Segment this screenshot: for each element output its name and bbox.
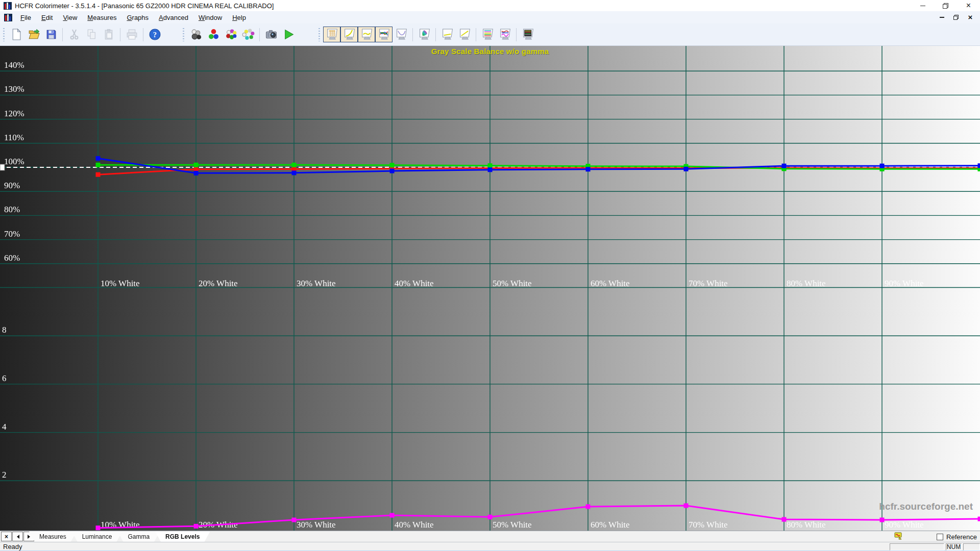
luminance-curve-icon — [395, 28, 408, 41]
rgb-spheres-icon — [207, 28, 220, 41]
view-contrast-button[interactable] — [456, 27, 473, 42]
close-view-button[interactable]: × — [1, 532, 12, 541]
menu-item-edit[interactable]: Edit — [36, 12, 58, 23]
menu-item-advanced[interactable]: Advanced — [154, 12, 193, 23]
restore-icon — [943, 3, 948, 9]
hcfr-mini-icon — [894, 532, 902, 540]
toolbar-separator — [120, 28, 120, 41]
cie-icon — [418, 28, 431, 41]
cut-icon — [68, 28, 81, 41]
reference-label: Reference — [946, 533, 977, 541]
play-icon — [282, 28, 295, 41]
view-temp-curves-button[interactable] — [496, 27, 513, 42]
mdi-close-button[interactable]: × — [966, 13, 975, 21]
mdi-restore-button[interactable] — [951, 13, 961, 21]
tab-rgb-levels[interactable]: RGB Levels — [155, 532, 210, 542]
saturations-measures-button[interactable] — [239, 27, 257, 42]
view-rgb-levels-button[interactable] — [375, 27, 393, 42]
mdi-minimize-icon — [940, 17, 944, 18]
view-tab-bar: × MeasuresLuminanceGammaRGB Levels Refer… — [0, 531, 980, 542]
series-delta-e — [96, 504, 980, 531]
view-luminance-button[interactable] — [393, 27, 410, 42]
lowline-icon — [441, 28, 454, 41]
status-text: Ready — [3, 543, 22, 550]
minimize-button[interactable] — [911, 0, 934, 11]
open-button[interactable] — [25, 27, 42, 42]
minimize-icon — [920, 6, 925, 6]
color-spheres-icon — [225, 28, 237, 41]
status-pane-2 — [963, 543, 980, 550]
menu-item-measures[interactable]: Measures — [82, 12, 121, 23]
paste-icon — [103, 28, 115, 41]
tabs: MeasuresLuminanceGammaRGB Levels — [34, 532, 210, 542]
run-measures-button[interactable] — [280, 27, 297, 42]
menu-item-help[interactable]: Help — [227, 12, 251, 23]
app-icon — [4, 2, 12, 10]
datagrid-icon — [326, 28, 338, 41]
mdi-minimize-button[interactable] — [937, 13, 946, 21]
cut-button[interactable] — [65, 27, 83, 42]
rainbow-lines-icon — [481, 28, 494, 41]
menu-item-view[interactable]: View — [58, 12, 82, 23]
chart-canvas — [0, 46, 980, 531]
view-sat-lines-button[interactable] — [479, 27, 496, 42]
toolbar-separator — [476, 28, 476, 41]
restore-button[interactable] — [934, 0, 957, 11]
spectrum-dark-icon — [522, 28, 534, 41]
view-measures-grid-button[interactable] — [323, 27, 340, 42]
vertical-gridlines — [98, 46, 882, 531]
capture-button[interactable] — [262, 27, 280, 42]
toolbar-separator — [62, 28, 63, 41]
save-button[interactable] — [42, 27, 60, 42]
copy-button[interactable] — [83, 27, 100, 42]
reference-checkbox[interactable]: Reference — [937, 533, 977, 541]
menu-items: FileEditViewMeasuresGraphsAdvancedWindow… — [15, 12, 251, 23]
grayscale-measures-button[interactable] — [187, 27, 205, 42]
paste-button[interactable] — [100, 27, 117, 42]
print-button[interactable] — [123, 27, 140, 42]
tab-gamma[interactable]: Gamma — [117, 532, 160, 542]
rgb-levels-chart: Gray Scale Balance w/o gamma hcfr.source… — [0, 46, 980, 531]
secondaries-measures-button[interactable] — [222, 27, 239, 42]
print-icon — [126, 28, 138, 41]
menu-item-graphs[interactable]: Graphs — [121, 12, 154, 23]
watermark: hcfr.sourceforge.net — [879, 501, 973, 512]
close-icon: × — [966, 2, 971, 10]
toolbar-separator — [435, 28, 436, 41]
close-button[interactable]: × — [957, 0, 980, 11]
tab-luminance[interactable]: Luminance — [72, 532, 122, 542]
svg-text:?: ? — [153, 31, 156, 39]
reference-slider-handle[interactable] — [0, 164, 5, 170]
about-button[interactable]: ? — [146, 27, 163, 42]
save-icon — [45, 28, 58, 41]
tab-measures[interactable]: Measures — [29, 532, 77, 542]
measures-toolbar — [182, 27, 297, 42]
rgb-curves-icon — [378, 28, 390, 41]
menu-item-file[interactable]: File — [15, 12, 36, 23]
toolbar-grip[interactable] — [183, 28, 184, 41]
checkbox-icon[interactable] — [937, 534, 943, 540]
view-lum-low-button[interactable] — [438, 27, 456, 42]
menu-item-window[interactable]: Window — [193, 12, 227, 23]
new-icon — [10, 28, 23, 41]
view-cie-chart-button[interactable] — [415, 27, 433, 42]
primaries-measures-button[interactable] — [205, 27, 222, 42]
status-bar: Ready NUM — [0, 542, 980, 551]
help-icon: ? — [149, 28, 161, 41]
toolbar-grip[interactable] — [3, 28, 5, 41]
toolbar-separator — [259, 28, 260, 41]
view-gamma-button[interactable] — [340, 27, 358, 42]
view-spectrum-button[interactable] — [519, 27, 536, 42]
toolbar-grip[interactable] — [318, 28, 320, 41]
status-pane-1 — [890, 543, 944, 550]
new-button[interactable] — [8, 27, 25, 42]
risingline-icon — [458, 28, 471, 41]
scroll-tabs-left-button[interactable] — [12, 532, 23, 541]
title-bar: HCFR Colorimeter - 3.5.1.4 - [Panasonic … — [0, 0, 980, 12]
views-toolbar — [317, 27, 536, 42]
open-icon — [28, 28, 40, 41]
gamma-curve-icon — [343, 28, 356, 41]
view-nearblack-button[interactable] — [358, 27, 375, 42]
toolbar-separator — [412, 28, 413, 41]
mdi-document-icon[interactable] — [4, 14, 12, 21]
